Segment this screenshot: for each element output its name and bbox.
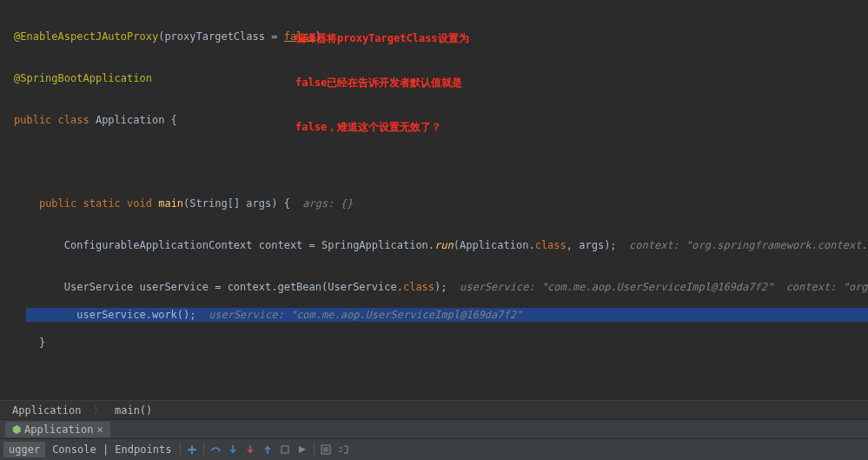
breadcrumb-class[interactable]: Application — [12, 404, 81, 417]
step-over-icon[interactable] — [208, 442, 223, 457]
tab-debugger[interactable]: ugger — [3, 442, 45, 457]
breadcrumb-method[interactable]: main() — [115, 404, 152, 417]
close-icon[interactable]: × — [96, 423, 103, 436]
breadcrumb[interactable]: Application 〉 main() — [0, 400, 868, 419]
debug-icon: ⬢ — [12, 423, 21, 436]
active-line: userService.work(); userService: "com.me… — [26, 308, 868, 322]
evaluate-expression-icon[interactable] — [318, 442, 334, 457]
step-out-icon[interactable] — [260, 442, 275, 457]
drop-frame-icon[interactable] — [277, 442, 293, 457]
run-to-cursor-icon[interactable] — [295, 442, 310, 457]
code-editor[interactable]: @EnableAspectJAutoProxy(proxyTargetClass… — [0, 0, 868, 400]
trace-current-stream-icon[interactable] — [335, 442, 351, 457]
run-tab-bar: ⬢ Application × — [0, 419, 868, 438]
step-into-icon[interactable] — [225, 442, 241, 457]
annotation-callout: 编译器将proxyTargetClass设置为 false已经在告诉开发者默认值… — [295, 2, 469, 164]
force-step-into-icon[interactable] — [242, 442, 258, 457]
chevron-right-icon: 〉 — [93, 404, 103, 417]
run-tab-application[interactable]: ⬢ Application × — [5, 422, 110, 437]
debugger-toolbar: ugger Console | Endpoints — [0, 438, 868, 459]
tab-console-endpoints[interactable]: Console | Endpoints — [47, 442, 176, 457]
svg-rect-0 — [282, 446, 288, 453]
show-execution-point-icon[interactable] — [184, 442, 200, 457]
